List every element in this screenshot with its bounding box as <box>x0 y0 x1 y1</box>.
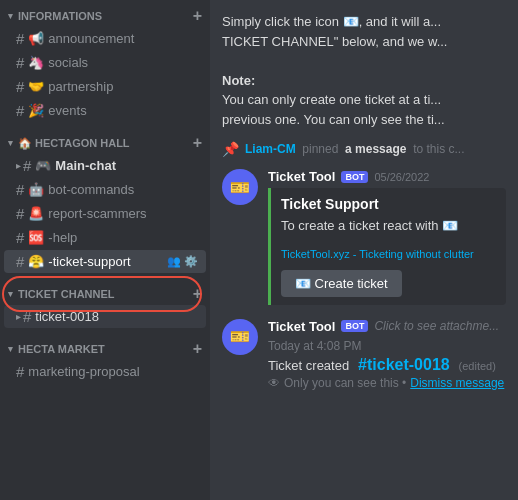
eye-icon: 👁 <box>268 376 280 390</box>
ticket-link[interactable]: #ticket-0018 <box>358 356 450 373</box>
note-label: Note: <box>222 73 255 88</box>
bot-message-1-header: Ticket Tool BOT 05/26/2022 <box>268 169 506 184</box>
chevron-down-icon: ▾ <box>8 138 13 148</box>
pin-bold-text: a message <box>345 142 406 156</box>
only-you-line: 👁 Only you can see this • Dismiss messag… <box>268 376 506 390</box>
dismiss-button[interactable]: Dismiss message <box>410 376 504 390</box>
embed-description: To create a ticket react with 📧 <box>281 216 496 236</box>
hash-icon: # <box>16 181 24 198</box>
category-hectagon-hall[interactable]: ▾ 🏠 HECTAGON HALL + <box>0 131 210 153</box>
channel-name: partnership <box>48 79 113 94</box>
channel-emoji: 📢 <box>28 31 44 46</box>
bot-avatar-icon-2: 🎫 <box>230 327 250 346</box>
add-channel-icon[interactable]: + <box>193 341 202 357</box>
channel-name: bot-commands <box>48 182 134 197</box>
note-text-2: previous one. You can only see the ti... <box>222 112 445 127</box>
hash-icon: # <box>16 102 24 119</box>
embed-title: Ticket Support <box>281 196 496 212</box>
top-text-line1: Simply click the icon 📧, and it will a..… <box>222 14 441 29</box>
bot-badge-2: BOT <box>341 320 368 332</box>
hash-icon: # <box>16 205 24 222</box>
members-icon: 👥 <box>167 255 181 268</box>
hash-icon: # <box>16 229 24 246</box>
pin-username[interactable]: Liam-CM <box>245 142 296 156</box>
embed-link[interactable]: TicketTool.xyz - Ticketing without clutt… <box>281 244 496 262</box>
channel-emoji: 🎮 <box>35 158 51 173</box>
channel-emoji: 🆘 <box>28 230 44 245</box>
hash-icon: # <box>23 157 31 174</box>
sidebar-item-bot-commands[interactable]: # 🤖 bot-commands <box>4 178 206 201</box>
channel-emoji: 🎉 <box>28 103 44 118</box>
add-channel-icon[interactable]: + <box>193 8 202 24</box>
top-text-line2: TICKET CHANNEL" below, and we w... <box>222 34 447 49</box>
channel-emoji: 🦄 <box>28 55 44 70</box>
channel-badges: 👥 ⚙️ <box>167 255 198 268</box>
note-text: You can only create one ticket at a ti..… <box>222 92 441 107</box>
category-label: HECTA MARKET <box>18 343 105 355</box>
bot-avatar-1: 🎫 <box>222 169 258 205</box>
chevron-down-icon: ▾ <box>8 11 13 21</box>
category-label: 🏠 HECTAGON HALL <box>18 137 130 150</box>
sidebar-item-ticket-0018[interactable]: ▸ # ticket-0018 <box>4 305 206 328</box>
channel-name: report-scammers <box>48 206 146 221</box>
sidebar-item-events[interactable]: # 🎉 events <box>4 99 206 122</box>
ticket-embed: Ticket Support To create a ticket react … <box>268 188 506 305</box>
bot-message-2-content: Ticket Tool BOT Click to see attachme...… <box>268 319 506 390</box>
top-message-text: Simply click the icon 📧, and it will a..… <box>222 8 506 133</box>
bot-timestamp-1: 05/26/2022 <box>374 171 429 183</box>
create-ticket-button[interactable]: 📧 Create ticket <box>281 270 402 297</box>
sidebar-item-main-chat[interactable]: ▸ # 🎮 Main-chat <box>4 154 206 177</box>
category-hecta-market[interactable]: ▾ HECTA MARKET + <box>0 337 210 359</box>
sidebar-item-partnership[interactable]: # 🤝 partnership <box>4 75 206 98</box>
hash-icon: # <box>16 78 24 95</box>
edited-label: (edited) <box>459 360 496 372</box>
channel-name: announcement <box>48 31 134 46</box>
pin-notification: 📌 Liam-CM pinned a message to this c... <box>222 139 506 159</box>
sidebar-item-ticket-support[interactable]: # 😤 -ticket-support 👥 ⚙️ <box>4 250 206 273</box>
add-channel-icon[interactable]: + <box>193 135 202 151</box>
chevron-down-icon: ▾ <box>8 344 13 354</box>
sidebar-item-report-scammers[interactable]: # 🚨 report-scammers <box>4 202 206 225</box>
sidebar-item-help[interactable]: # 🆘 -help <box>4 226 206 249</box>
settings-icon: ⚙️ <box>184 255 198 268</box>
embed-desc-text: To create a ticket react with 📧 <box>281 218 458 233</box>
channel-emoji: 😤 <box>28 254 44 269</box>
sidebar-item-marketing-proposal[interactable]: # marketing-proposal <box>4 360 206 383</box>
hash-icon: # <box>23 308 31 325</box>
channel-name: ticket-0018 <box>35 309 99 324</box>
channel-name: socials <box>48 55 88 70</box>
sidebar-item-announcement[interactable]: # 📢 announcement <box>4 27 206 50</box>
bot-name-2: Ticket Tool <box>268 319 335 334</box>
bot-name-1: Ticket Tool <box>268 169 335 184</box>
section-hecta-market: ▾ HECTA MARKET + # marketing-proposal <box>0 333 210 388</box>
bot-message-2: 🎫 Ticket Tool BOT Click to see attachme.… <box>222 315 506 394</box>
channel-name: Main-chat <box>55 158 116 173</box>
hash-icon: # <box>16 363 24 380</box>
sidebar: ▾ INFORMATIONS + # 📢 announcement # 🦄 so… <box>0 0 210 500</box>
channel-name: events <box>48 103 86 118</box>
bot-avatar-2: 🎫 <box>222 319 258 355</box>
bot-message-2-header: Ticket Tool BOT Click to see attachme... <box>268 319 506 334</box>
channel-emoji: 🚨 <box>28 206 44 221</box>
channel-name: marketing-proposal <box>28 364 139 379</box>
ticket-created-line: Ticket created #ticket-0018 (edited) <box>268 356 506 374</box>
bot-avatar-icon: 🎫 <box>230 178 250 197</box>
click-attachment-text[interactable]: Click to see attachme... <box>374 319 499 333</box>
add-channel-icon[interactable]: + <box>193 286 202 302</box>
pin-action: pinned <box>302 142 338 156</box>
channel-emoji: 🤝 <box>28 79 44 94</box>
section-informations: ▾ INFORMATIONS + # 📢 announcement # 🦄 so… <box>0 0 210 127</box>
channel-name: -help <box>48 230 77 245</box>
bot-timestamp-2: Today at 4:08 PM <box>268 339 361 353</box>
section-ticket-channel: ▾ TICKET CHANNEL + ▸ # ticket-0018 <box>0 278 210 333</box>
sidebar-item-socials[interactable]: # 🦄 socials <box>4 51 206 74</box>
chevron-down-icon: ▾ <box>8 289 13 299</box>
bot-badge-1: BOT <box>341 171 368 183</box>
only-you-text: Only you can see this • <box>284 376 406 390</box>
channel-emoji: 🤖 <box>28 182 44 197</box>
category-ticket-channel[interactable]: ▾ TICKET CHANNEL + <box>0 282 210 304</box>
pin-icon: 📌 <box>222 141 239 157</box>
category-informations[interactable]: ▾ INFORMATIONS + <box>0 4 210 26</box>
section-hectagon-hall: ▾ 🏠 HECTAGON HALL + ▸ # 🎮 Main-chat # 🤖 … <box>0 127 210 278</box>
bot-message-1-content: Ticket Tool BOT 05/26/2022 Ticket Suppor… <box>268 169 506 305</box>
